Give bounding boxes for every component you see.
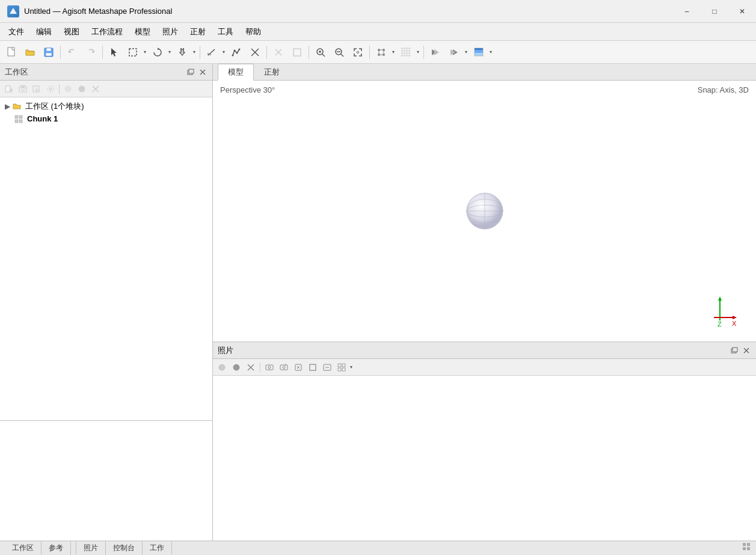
workspace-float-button[interactable] <box>186 67 195 77</box>
bottom-tab-workspace[interactable]: 工作区 <box>5 541 41 555</box>
chunk1-item[interactable]: Chunk 1 <box>0 113 212 124</box>
photos-tb-circle1[interactable] <box>215 361 229 374</box>
marker-button[interactable] <box>246 44 264 61</box>
workspace-close-button[interactable] <box>198 67 207 77</box>
stereo-right-dropdown[interactable]: ▾ <box>463 44 469 61</box>
menu-help[interactable]: 帮助 <box>239 24 267 40</box>
toolbar-sep-1 <box>60 46 61 59</box>
menu-view[interactable]: 视图 <box>58 24 85 40</box>
svg-rect-96 <box>280 365 287 370</box>
rect-select-dropdown[interactable]: ▾ <box>142 44 148 61</box>
menu-tools[interactable]: 工具 <box>212 24 239 40</box>
fit-button[interactable] <box>349 44 367 61</box>
photos-tb-circle2[interactable] <box>230 361 243 374</box>
svg-rect-4 <box>46 53 52 56</box>
menu-photo[interactable]: 照片 <box>156 24 184 40</box>
ws-camera-button[interactable] <box>16 82 29 96</box>
photos-close-button[interactable] <box>742 346 751 355</box>
photos-tb-square[interactable] <box>306 361 319 374</box>
rect-select-button[interactable] <box>124 44 142 61</box>
tab-model[interactable]: 模型 <box>218 64 254 81</box>
grid-view-button[interactable] <box>397 44 415 61</box>
tab-ortho[interactable]: 正射 <box>254 64 290 80</box>
ws-settings-button[interactable] <box>44 82 57 96</box>
ws-add-button[interactable] <box>2 82 16 96</box>
undo-button[interactable] <box>63 44 81 61</box>
ws-export-button[interactable] <box>30 82 43 96</box>
maximize-button[interactable]: □ <box>701 0 728 23</box>
menu-model[interactable]: 模型 <box>129 24 156 40</box>
workspace-root-item[interactable]: ▶ 工作区 (1个堆块) <box>0 100 212 113</box>
stereo-right-group: ▾ <box>445 44 469 61</box>
bottom-tab-photos[interactable]: 照片 <box>76 541 106 555</box>
open-button[interactable] <box>21 44 39 61</box>
bottom-tab-work[interactable]: 工作 <box>143 541 172 555</box>
pan-button[interactable] <box>173 44 191 61</box>
altitude-button[interactable] <box>470 44 488 61</box>
menu-workflow[interactable]: 工作流程 <box>85 24 129 40</box>
workspace-title: 工作区 <box>5 67 28 78</box>
photos-tb-camera1[interactable] <box>263 361 276 374</box>
mesh-view-button[interactable] <box>372 44 390 61</box>
redo-button[interactable] <box>82 44 100 61</box>
grid-view-dropdown[interactable]: ▾ <box>415 44 421 61</box>
photos-tb-export[interactable] <box>321 361 334 374</box>
altitude-dropdown[interactable]: ▾ <box>488 44 494 61</box>
ws-circle-dark[interactable] <box>75 82 88 96</box>
toolbar-sep-4 <box>266 46 267 59</box>
svg-point-15 <box>232 54 234 56</box>
mesh-view-dropdown[interactable]: ▾ <box>390 44 396 61</box>
measure-dropdown[interactable]: ▾ <box>221 44 227 61</box>
ws-tb-sep-1 <box>59 84 60 94</box>
rotate-button[interactable] <box>149 44 167 61</box>
menu-ortho[interactable]: 正射 <box>184 24 212 40</box>
photos-tb-grid[interactable] <box>335 361 348 374</box>
zoom-in-button[interactable] <box>312 44 330 61</box>
svg-point-91 <box>233 364 239 370</box>
select-button[interactable] <box>105 44 123 61</box>
photos-panel: 照片 <box>213 342 756 541</box>
stereo-left-button[interactable] <box>426 44 444 61</box>
grid-view-group: ▾ <box>397 44 421 61</box>
workspace-root-label: 工作区 (1个堆块) <box>25 101 84 112</box>
bottom-tab-reference[interactable]: 参考 <box>41 541 71 555</box>
pan-dropdown[interactable]: ▾ <box>191 44 197 61</box>
rotate-dropdown[interactable]: ▾ <box>167 44 173 61</box>
delete-button[interactable] <box>269 44 287 61</box>
menubar: 文件编辑视图工作流程模型照片正射工具帮助 <box>0 23 756 41</box>
svg-rect-52 <box>475 50 483 53</box>
window-title: Untitled — Agisoft Metashape Professiona… <box>24 7 172 16</box>
workspace-tree[interactable]: ▶ 工作区 (1个堆块) Chunk 1 <box>0 97 212 420</box>
toolbar-sep-7 <box>423 46 424 59</box>
svg-point-63 <box>22 87 25 90</box>
menu-file[interactable]: 文件 <box>2 24 30 40</box>
workspace-toolbar <box>0 81 212 97</box>
minimize-button[interactable]: – <box>673 0 701 23</box>
zoom-out-button[interactable] <box>330 44 348 61</box>
svg-rect-94 <box>266 365 273 370</box>
photos-tb-rotate[interactable] <box>292 361 305 374</box>
bottom-tab-console[interactable]: 控制台 <box>106 541 143 555</box>
save-button[interactable] <box>40 44 58 61</box>
svg-rect-108 <box>342 368 345 371</box>
svg-rect-56 <box>189 69 194 73</box>
stereo-right-button[interactable] <box>445 44 463 61</box>
new-button[interactable] <box>2 44 20 61</box>
measure-button[interactable] <box>203 44 221 61</box>
bottom-tabs-bar: 工作区 参考 照片 控制台 工作 <box>0 541 756 555</box>
photos-float-button[interactable] <box>730 346 739 355</box>
menu-edit[interactable]: 编辑 <box>30 24 58 40</box>
crop-button[interactable] <box>288 44 306 61</box>
polyline-button[interactable] <box>227 44 245 61</box>
svg-rect-106 <box>342 364 345 367</box>
photos-tb-remove[interactable] <box>244 361 257 374</box>
ws-remove-button[interactable] <box>89 82 102 96</box>
workspace-header-controls <box>186 67 207 77</box>
ws-circle-green[interactable] <box>61 82 75 96</box>
photos-tb-camera2[interactable] <box>277 361 290 374</box>
svg-line-29 <box>341 54 343 57</box>
bottom-tabs-right: 照片 控制台 工作 <box>76 541 172 555</box>
photos-tb-grid-dropdown[interactable]: ▾ <box>348 359 354 376</box>
close-button[interactable]: ✕ <box>728 0 756 23</box>
svg-rect-102 <box>310 364 316 370</box>
